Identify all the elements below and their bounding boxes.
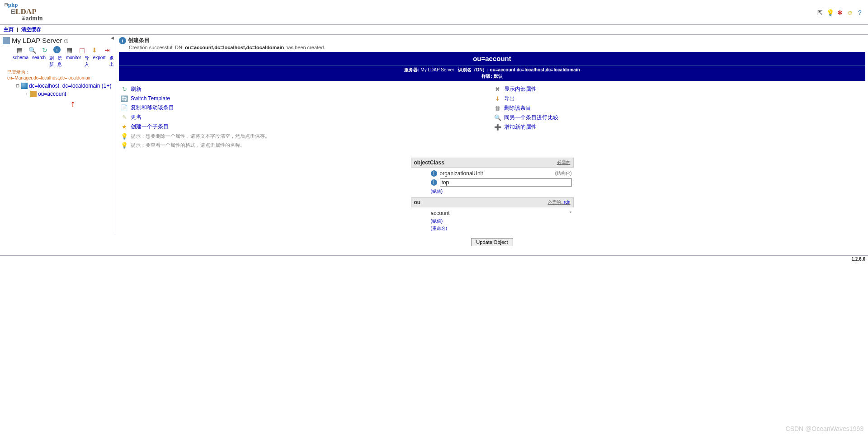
- action-label[interactable]: 创建一个子条目: [131, 123, 169, 131]
- action-label[interactable]: 复制和移动该条目: [131, 104, 174, 112]
- lightbulb-icon[interactable]: 💡: [826, 9, 834, 16]
- hint-text: 💡提示：要查看一个属性的格式，请点击属性的名称。: [119, 140, 492, 150]
- update-object-button[interactable]: Update Object: [471, 238, 513, 246]
- monitor-icon[interactable]: ▦: [65, 46, 73, 54]
- search-icon[interactable]: 🔍: [28, 46, 36, 54]
- switch-template-icon: 🔄: [121, 95, 128, 102]
- action-export[interactable]: ⬇导出: [492, 94, 866, 103]
- nav-clear-cache[interactable]: 清空缓存: [21, 27, 41, 32]
- link-import[interactable]: 导入: [85, 55, 89, 68]
- action-label[interactable]: Switch Template: [131, 95, 170, 102]
- message-body: Creation successful! DN: ou=account,dc=l…: [119, 44, 865, 52]
- action-columns: ↻刷新🔄Switch Template📄复制和移动该条目✎更名★创建一个子条目💡…: [119, 84, 865, 150]
- action-label[interactable]: 更名: [131, 113, 142, 121]
- action-refresh[interactable]: ↻刷新: [119, 84, 492, 94]
- tree-toggle-icon: ⊟: [5, 1, 8, 8]
- action-switch-template[interactable]: 🔄Switch Template: [119, 94, 492, 103]
- attr-ou-header: ou 必需的, rdn: [411, 197, 574, 207]
- server-title: My LDAP Server ◷: [3, 37, 114, 44]
- collapse-sidebar-icon[interactable]: ◀: [111, 36, 114, 40]
- entry-subbar: 服务器: My LDAP Server 识别名（DN）: ou=account,…: [119, 65, 865, 81]
- smiley-icon[interactable]: ☺: [846, 9, 854, 16]
- tree-root-label[interactable]: dc=localhost, dc=localdomain (1+): [29, 82, 111, 90]
- clock-icon: ◷: [64, 37, 68, 44]
- footer-version: 1.2.6.6: [0, 255, 868, 262]
- actions-left: ↻刷新🔄Switch Template📄复制和移动该条目✎更名★创建一个子条目💡…: [119, 84, 492, 150]
- bug-icon[interactable]: ✱: [836, 9, 844, 16]
- action-compare[interactable]: 🔍同另一个条目进行比较: [492, 113, 866, 122]
- link-search[interactable]: search: [32, 55, 46, 68]
- link-refresh[interactable]: 刷新: [49, 55, 54, 68]
- action-add-attr[interactable]: ➕增加新的属性: [492, 122, 866, 132]
- tree-root[interactable]: ⊟ dc=localhost, dc=localdomain (1+): [15, 82, 114, 90]
- info-icon[interactable]: i: [431, 170, 437, 177]
- action-delete[interactable]: 🗑删除该条目: [492, 103, 866, 113]
- link-schema[interactable]: schema: [13, 55, 28, 68]
- action-create-child[interactable]: ★创建一个子条目: [119, 122, 492, 131]
- copy-move-icon: 📄: [121, 104, 128, 112]
- sidebar: ◀ My LDAP Server ◷ ▤ 🔍 ↻ i ▦ ◫ ⬇ ⇥ schem…: [0, 35, 115, 234]
- nav-home[interactable]: 主页: [4, 27, 14, 32]
- compare-icon: 🔍: [494, 114, 501, 122]
- link-logout[interactable]: 退出: [109, 55, 114, 68]
- action-show-internal[interactable]: ✖显示内部属性: [492, 84, 866, 94]
- annotation-arrow: ➚: [67, 99, 78, 110]
- entry-title: ou=account: [119, 52, 865, 65]
- modified-indicator: *: [570, 210, 572, 216]
- structural-label: (结构化): [555, 170, 572, 177]
- add-value-link[interactable]: (赋值): [431, 189, 443, 194]
- action-label[interactable]: 增加新的属性: [504, 123, 537, 131]
- rename-link[interactable]: (重命名): [431, 226, 448, 231]
- attribute-table: objectClass 必需的 i organizationalUnit (结构…: [411, 158, 574, 246]
- success-message: i 创建条目: [119, 37, 865, 44]
- action-label[interactable]: 同另一个条目进行比较: [504, 114, 558, 122]
- actions-right: ✖显示内部属性⬇导出🗑删除该条目🔍同另一个条目进行比较➕增加新的属性: [492, 84, 866, 150]
- action-label[interactable]: 刷新: [131, 85, 142, 93]
- collapse-icon[interactable]: ⊟: [15, 82, 20, 90]
- main-content: i 创建条目 Creation successful! DN: ou=accou…: [115, 35, 868, 255]
- logout-icon[interactable]: ⇥: [103, 46, 111, 54]
- folder-icon: [30, 91, 37, 97]
- home-icon[interactable]: ⇱: [816, 9, 824, 16]
- nav-bar: 主页 | 清空缓存: [0, 25, 868, 35]
- delete-icon: 🗑: [494, 105, 501, 112]
- export-icon[interactable]: ⬇: [90, 46, 99, 54]
- attr-name: ou: [414, 199, 421, 206]
- app-logo: ⊟php ⊟LDAP ⊞admin: [3, 1, 43, 24]
- objectclass-value-1: organizationalUnit: [440, 170, 552, 177]
- action-label[interactable]: 导出: [504, 95, 515, 103]
- action-rename[interactable]: ✎更名: [119, 112, 492, 122]
- link-monitor[interactable]: monitor: [66, 55, 81, 68]
- import-icon[interactable]: ◫: [78, 46, 86, 54]
- tree-child-label[interactable]: ou=account: [38, 90, 66, 98]
- schema-icon[interactable]: ▤: [15, 46, 24, 54]
- link-export[interactable]: export: [93, 55, 106, 68]
- objectclass-input[interactable]: [440, 178, 572, 187]
- lightbulb-icon: 💡: [121, 141, 128, 149]
- help-icon[interactable]: ?: [856, 9, 863, 16]
- rename-icon: ✎: [121, 114, 128, 121]
- attr-name: objectClass: [414, 159, 444, 166]
- server-name: My LDAP Server: [12, 37, 62, 44]
- info-icon[interactable]: i: [53, 46, 61, 53]
- server-icon: [3, 37, 10, 44]
- export-icon: ⬇: [494, 95, 501, 103]
- attr-objectclass-header: objectClass 必需的: [411, 158, 574, 168]
- create-child-icon: ★: [121, 123, 128, 131]
- lightbulb-icon: 💡: [121, 132, 128, 140]
- info-icon[interactable]: i: [431, 179, 437, 186]
- leaf-icon: ·: [24, 90, 29, 98]
- action-copy-move[interactable]: 📄复制和移动该条目: [119, 103, 492, 112]
- attr-required: 必需的: [557, 159, 571, 166]
- link-info[interactable]: 信息: [57, 55, 62, 68]
- server-links: schema search 刷新 信息 monitor 导入 export 退出: [3, 55, 114, 69]
- tree-child[interactable]: · ou=account: [15, 90, 114, 98]
- add-value-link[interactable]: (赋值): [431, 219, 443, 224]
- rdn-link[interactable]: rdn: [564, 200, 570, 205]
- refresh-icon[interactable]: ↻: [41, 46, 49, 54]
- action-label[interactable]: 显示内部属性: [504, 85, 537, 93]
- server-toolbar: ▤ 🔍 ↻ i ▦ ◫ ⬇ ⇥: [3, 44, 114, 55]
- info-icon: i: [119, 37, 126, 44]
- action-label[interactable]: 删除该条目: [504, 104, 531, 112]
- logo-admin: admin: [25, 15, 42, 22]
